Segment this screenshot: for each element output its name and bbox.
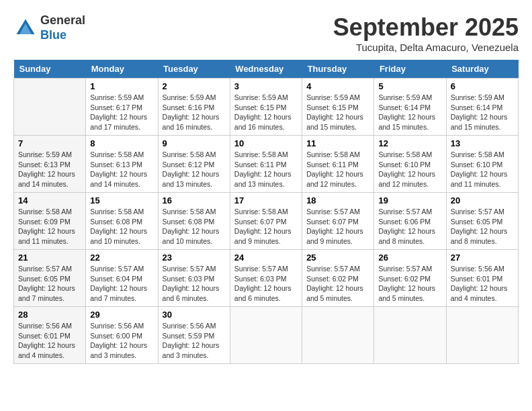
calendar-cell (230, 307, 302, 364)
weekday-header-wednesday: Wednesday (230, 60, 302, 79)
calendar-cell (446, 307, 518, 364)
day-info: Sunrise: 5:57 AMSunset: 6:03 PMDaylight:… (234, 264, 298, 304)
calendar-cell: 18Sunrise: 5:57 AMSunset: 6:07 PMDayligh… (302, 193, 374, 250)
day-number: 14 (18, 195, 81, 205)
day-number: 17 (234, 195, 298, 205)
calendar-cell: 1Sunrise: 5:59 AMSunset: 6:17 PMDaylight… (86, 79, 158, 136)
day-info: Sunrise: 5:56 AMSunset: 5:59 PMDaylight:… (163, 321, 226, 361)
weekday-header-sunday: Sunday (14, 60, 86, 79)
week-row-4: 21Sunrise: 5:57 AMSunset: 6:05 PMDayligh… (14, 250, 519, 307)
calendar-cell: 23Sunrise: 5:57 AMSunset: 6:03 PMDayligh… (158, 250, 230, 307)
day-info: Sunrise: 5:59 AMSunset: 6:17 PMDaylight:… (90, 93, 153, 132)
calendar-cell: 7Sunrise: 5:59 AMSunset: 6:13 PMDaylight… (14, 136, 86, 193)
calendar-table: SundayMondayTuesdayWednesdayThursdayFrid… (13, 60, 519, 364)
calendar-cell: 4Sunrise: 5:59 AMSunset: 6:15 PMDaylight… (302, 79, 374, 136)
day-info: Sunrise: 5:59 AMSunset: 6:15 PMDaylight:… (234, 93, 298, 132)
calendar-cell: 24Sunrise: 5:57 AMSunset: 6:03 PMDayligh… (230, 250, 302, 307)
day-number: 25 (306, 253, 369, 263)
calendar-cell: 16Sunrise: 5:58 AMSunset: 6:08 PMDayligh… (158, 193, 230, 250)
calendar-cell: 28Sunrise: 5:56 AMSunset: 6:01 PMDayligh… (14, 307, 86, 364)
day-number: 21 (18, 253, 81, 263)
weekday-header-thursday: Thursday (302, 60, 374, 79)
day-info: Sunrise: 5:57 AMSunset: 6:04 PMDaylight:… (90, 264, 153, 304)
weekday-header-tuesday: Tuesday (158, 60, 230, 79)
day-number: 1 (90, 81, 153, 91)
day-info: Sunrise: 5:58 AMSunset: 6:13 PMDaylight:… (90, 150, 153, 189)
logo-icon (13, 16, 38, 40)
day-number: 27 (451, 253, 514, 263)
day-number: 16 (163, 195, 226, 205)
day-number: 8 (90, 138, 153, 148)
calendar-cell: 29Sunrise: 5:56 AMSunset: 6:00 PMDayligh… (86, 307, 158, 364)
day-info: Sunrise: 5:59 AMSunset: 6:14 PMDaylight:… (378, 93, 441, 132)
calendar-cell: 21Sunrise: 5:57 AMSunset: 6:05 PMDayligh… (14, 250, 86, 307)
day-info: Sunrise: 5:57 AMSunset: 6:02 PMDaylight:… (378, 264, 441, 304)
day-number: 3 (234, 81, 298, 91)
logo-general: General (40, 13, 85, 27)
calendar-cell: 25Sunrise: 5:57 AMSunset: 6:02 PMDayligh… (302, 250, 374, 307)
calendar-cell: 6Sunrise: 5:59 AMSunset: 6:14 PMDaylight… (446, 79, 518, 136)
calendar-cell: 17Sunrise: 5:58 AMSunset: 6:07 PMDayligh… (230, 193, 302, 250)
day-number: 12 (378, 138, 441, 148)
calendar-cell: 14Sunrise: 5:58 AMSunset: 6:09 PMDayligh… (14, 193, 86, 250)
day-info: Sunrise: 5:58 AMSunset: 6:09 PMDaylight:… (18, 207, 81, 246)
day-info: Sunrise: 5:56 AMSunset: 6:01 PMDaylight:… (451, 264, 514, 304)
day-number: 18 (306, 195, 369, 205)
day-info: Sunrise: 5:57 AMSunset: 6:02 PMDaylight:… (306, 264, 369, 304)
day-number: 10 (234, 138, 298, 148)
day-info: Sunrise: 5:57 AMSunset: 6:07 PMDaylight:… (306, 207, 369, 246)
day-info: Sunrise: 5:58 AMSunset: 6:08 PMDaylight:… (90, 207, 153, 246)
day-number: 20 (451, 195, 514, 205)
day-number: 2 (163, 81, 226, 91)
calendar-cell: 20Sunrise: 5:57 AMSunset: 6:05 PMDayligh… (446, 193, 518, 250)
day-info: Sunrise: 5:59 AMSunset: 6:15 PMDaylight:… (306, 93, 369, 132)
day-info: Sunrise: 5:58 AMSunset: 6:12 PMDaylight:… (163, 150, 226, 189)
location: Tucupita, Delta Amacuro, Venezuela (333, 42, 519, 53)
day-number: 5 (378, 81, 441, 91)
day-number: 7 (18, 138, 81, 148)
calendar-cell: 11Sunrise: 5:58 AMSunset: 6:11 PMDayligh… (302, 136, 374, 193)
day-info: Sunrise: 5:58 AMSunset: 6:11 PMDaylight:… (306, 150, 369, 189)
day-info: Sunrise: 5:57 AMSunset: 6:05 PMDaylight:… (18, 264, 81, 304)
calendar-cell: 19Sunrise: 5:57 AMSunset: 6:06 PMDayligh… (374, 193, 446, 250)
title-section: September 2025 Tucupita, Delta Amacuro, … (333, 13, 519, 53)
day-number: 19 (378, 195, 441, 205)
week-row-2: 7Sunrise: 5:59 AMSunset: 6:13 PMDaylight… (14, 136, 519, 193)
day-info: Sunrise: 5:56 AMSunset: 6:00 PMDaylight:… (90, 321, 153, 361)
logo-blue: Blue (40, 28, 66, 42)
day-info: Sunrise: 5:58 AMSunset: 6:10 PMDaylight:… (451, 150, 514, 189)
calendar-cell: 10Sunrise: 5:58 AMSunset: 6:11 PMDayligh… (230, 136, 302, 193)
day-number: 22 (90, 253, 153, 263)
day-info: Sunrise: 5:59 AMSunset: 6:16 PMDaylight:… (163, 93, 226, 132)
calendar-cell (14, 79, 86, 136)
day-info: Sunrise: 5:57 AMSunset: 6:06 PMDaylight:… (378, 207, 441, 246)
day-number: 28 (18, 310, 81, 320)
calendar-cell (374, 307, 446, 364)
weekday-header-saturday: Saturday (446, 60, 518, 79)
calendar-cell: 27Sunrise: 5:56 AMSunset: 6:01 PMDayligh… (446, 250, 518, 307)
calendar-cell: 2Sunrise: 5:59 AMSunset: 6:16 PMDaylight… (158, 79, 230, 136)
day-number: 29 (90, 310, 153, 320)
weekday-header-monday: Monday (86, 60, 158, 79)
day-number: 11 (306, 138, 369, 148)
calendar-cell: 3Sunrise: 5:59 AMSunset: 6:15 PMDaylight… (230, 79, 302, 136)
week-row-3: 14Sunrise: 5:58 AMSunset: 6:09 PMDayligh… (14, 193, 519, 250)
logo: General Blue (13, 13, 85, 42)
day-number: 26 (378, 253, 441, 263)
day-info: Sunrise: 5:59 AMSunset: 6:13 PMDaylight:… (18, 150, 81, 189)
page-header: General Blue September 2025 Tucupita, De… (13, 13, 519, 53)
day-number: 23 (163, 253, 226, 263)
month-title: September 2025 (333, 13, 519, 42)
day-info: Sunrise: 5:58 AMSunset: 6:08 PMDaylight:… (163, 207, 226, 246)
calendar-cell: 9Sunrise: 5:58 AMSunset: 6:12 PMDaylight… (158, 136, 230, 193)
week-row-5: 28Sunrise: 5:56 AMSunset: 6:01 PMDayligh… (14, 307, 519, 364)
day-info: Sunrise: 5:57 AMSunset: 6:03 PMDaylight:… (163, 264, 226, 304)
day-number: 4 (306, 81, 369, 91)
calendar-cell: 26Sunrise: 5:57 AMSunset: 6:02 PMDayligh… (374, 250, 446, 307)
calendar-cell: 5Sunrise: 5:59 AMSunset: 6:14 PMDaylight… (374, 79, 446, 136)
day-number: 24 (234, 253, 298, 263)
day-info: Sunrise: 5:59 AMSunset: 6:14 PMDaylight:… (451, 93, 514, 132)
day-info: Sunrise: 5:58 AMSunset: 6:11 PMDaylight:… (234, 150, 298, 189)
weekday-header-friday: Friday (374, 60, 446, 79)
calendar-cell: 30Sunrise: 5:56 AMSunset: 5:59 PMDayligh… (158, 307, 230, 364)
